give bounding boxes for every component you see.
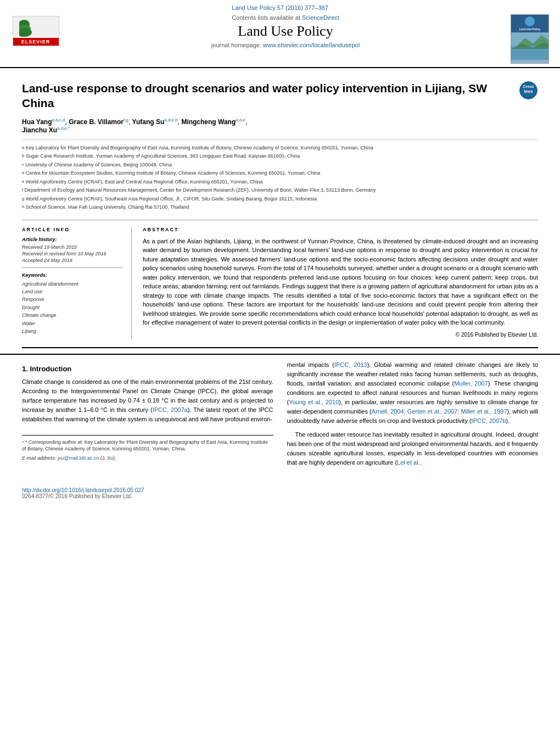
footer-doi[interactable]: http://dx.doi.org/10.1016/j.landusepol.2…	[22, 487, 538, 493]
article-content: Land-use response to drought scenarios a…	[0, 68, 560, 347]
journal-homepage: journal homepage: www.elsevier.com/locat…	[71, 42, 500, 48]
footnote-area: * * Corresponding author at: Key Laborat…	[22, 435, 273, 462]
affiliations: a Key Laboratory for Plant Diversity and…	[22, 140, 538, 211]
ipcc-link-1[interactable]: IPCC, 2007a	[153, 406, 188, 413]
ipcc-link-2[interactable]: IPCC, 2013	[334, 361, 367, 368]
abstract-col: ABSTRACT As a part of the Asian highland…	[143, 227, 538, 339]
cover-title: Land Use Policy	[519, 27, 541, 31]
ipcc-link-3[interactable]: IPCC, 2007b	[472, 417, 506, 424]
doi-line: Land Use Policy 57 (2016) 377–387	[11, 4, 549, 11]
footnote-text: * * Corresponding author at: Key Laborat…	[22, 439, 273, 453]
intro-right-text: mental impacts (IPCC, 2013). Global warm…	[287, 360, 539, 468]
copyright: © 2016 Published by Elsevier Ltd.	[143, 331, 538, 339]
page-wrapper: Land Use Policy 57 (2016) 377–387 ELSEVI…	[0, 0, 560, 504]
lel-link[interactable]: Lel et al.,	[397, 459, 422, 466]
intro-left-text: Climate change is considered as one of t…	[22, 377, 273, 424]
accepted-date: Accepted 24 May 2016	[22, 258, 123, 263]
cover-icon	[525, 16, 535, 26]
email-link[interactable]: jxu@mail.kib.ac.cn	[58, 455, 99, 461]
abstract-text: As a part of the Asian highlands, Lijian…	[143, 237, 538, 339]
header-center: Contents lists available at ScienceDirec…	[60, 14, 511, 48]
email-line: E-mail address: jxu@mail.kib.ac.cn (J. X…	[22, 455, 273, 462]
journal-cover: Land Use Policy	[511, 14, 549, 64]
body-left: 1. Introduction Climate change is consid…	[22, 360, 273, 472]
keywords-label: Keywords:	[22, 272, 123, 278]
article-info-col: ARTICLE INFO Article history: Received 1…	[22, 227, 132, 339]
svg-text:Cross: Cross	[523, 85, 534, 88]
sciencedirect-link[interactable]: ScienceDirect	[302, 14, 339, 21]
header: Land Use Policy 57 (2016) 377–387 ELSEVI…	[0, 0, 560, 68]
body-right: mental impacts (IPCC, 2013). Global warm…	[287, 360, 539, 472]
footer-issn: 0264-8377/© 2016 Published by Elsevier L…	[22, 493, 538, 499]
received-date: Received 19 March 2015	[22, 244, 123, 250]
body-two-col: 1. Introduction Climate change is consid…	[22, 360, 538, 472]
cover-image-area	[511, 32, 548, 63]
svg-text:Mark: Mark	[524, 90, 533, 93]
article-title-block: Land-use response to drought scenarios a…	[22, 81, 538, 111]
journal-title: Land Use Policy	[71, 23, 500, 40]
muller-link[interactable]: Muller, 2007	[454, 380, 488, 387]
authors: Hua Yanga,b,c,d, Grace B. Villamorf,g, Y…	[22, 118, 538, 134]
abstract-label: ABSTRACT	[143, 227, 538, 232]
young-link[interactable]: Young et al., 2010	[289, 399, 339, 405]
article-history-label: Article history:	[22, 237, 123, 242]
sciencedirect-line: Contents lists available at ScienceDirec…	[71, 14, 500, 21]
keywords-list: Agricultural abandonment Land use Respon…	[22, 280, 123, 336]
article-title-text: Land-use response to drought scenarios a…	[22, 81, 513, 111]
crossmark-logo: Cross Mark	[519, 81, 538, 100]
elsevier-label: ELSEVIER	[13, 38, 59, 46]
main-body: 1. Introduction Climate change is consid…	[0, 354, 560, 483]
intro-section-title: 1. Introduction	[22, 365, 273, 373]
article-info-label: ARTICLE INFO	[22, 227, 123, 232]
two-col-section: ARTICLE INFO Article history: Received 1…	[22, 220, 538, 339]
homepage-link[interactable]: www.elsevier.com/locate/landusepol	[263, 42, 360, 48]
page-footer: http://dx.doi.org/10.1016/j.landusepol.2…	[0, 483, 560, 504]
arnell-link[interactable]: Arnell, 2004; Gerten et al., 2007; Mille…	[372, 408, 507, 415]
revised-date: Received in revised form 10 May 2016	[22, 251, 123, 256]
elsevier-logo: ELSEVIER	[11, 14, 60, 47]
